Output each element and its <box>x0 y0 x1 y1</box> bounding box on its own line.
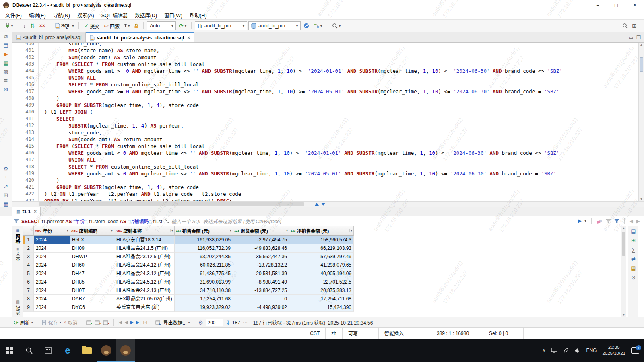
new-sql-editor-button[interactable]: SQL ▾ <box>54 22 76 29</box>
table-row[interactable]: 52024DH47HLA唯品会24.3.12 (广州)61,436,775.45… <box>23 269 616 278</box>
menu-sql-editor[interactable]: SQL 编辑器 <box>98 11 132 19</box>
grid-cell[interactable]: AEX唯品会21.05.02(广州) <box>114 295 175 303</box>
export-data-button[interactable]: 导出数据...▾ <box>155 319 190 326</box>
database-selector[interactable]: audit_bi_pro ▾ <box>248 21 301 30</box>
outline-icon[interactable]: ≣ <box>2 78 10 83</box>
grid-cell[interactable]: DAB7 <box>70 295 114 303</box>
code-line[interactable]: WHERE goods_amt < 0 AND mgclear_time <> … <box>44 150 638 156</box>
tasks-icon[interactable]: ⊠ <box>2 87 10 92</box>
grid-cell[interactable]: 17,254,711.68 <box>175 295 233 303</box>
panel-sash-arrows[interactable] <box>315 203 325 206</box>
code-line[interactable]: store_code, <box>44 43 638 47</box>
code-line[interactable]: GROUP BY SUBSTR(mgclear_time, 1, 4), sto… <box>44 184 638 191</box>
code-area[interactable]: store_code, MAX(store_name) AS store_nam… <box>39 43 638 201</box>
row-number[interactable]: 3 <box>23 253 34 261</box>
history-back-icon[interactable]: ◀ <box>630 218 633 224</box>
first-row-icon[interactable]: |◀ <box>118 320 122 325</box>
code-line[interactable]: store_code, <box>44 129 638 136</box>
save-button[interactable]: 保存▾ <box>41 319 61 326</box>
grid-cell[interactable]: HLA唯品会23.12.5 (广州) <box>114 253 175 261</box>
grid-cell[interactable]: HLA唯品会24.2.13 (广州) <box>114 286 175 295</box>
code-line[interactable]: ) <box>44 177 638 184</box>
table-row[interactable]: 22024DH09HLA唯品会24.1.5 (广州)116,052,732.39… <box>23 244 616 253</box>
results-tab[interactable]: ▦ t1 1 × <box>12 207 41 216</box>
grid-cell[interactable]: -8,988,491.49 <box>233 278 289 286</box>
grid-cell[interactable]: DH0T <box>70 286 114 295</box>
column-header[interactable]: ABC店铺编码▾ <box>70 226 114 236</box>
column-header[interactable]: ABC店铺名称▾ <box>114 226 175 236</box>
row-number[interactable]: 5 <box>23 269 34 278</box>
commit-button[interactable]: ✓提交 <box>82 22 101 30</box>
grid-cell[interactable]: 17,254,711.68 <box>289 295 354 303</box>
column-filter-icon[interactable]: ▾ <box>66 229 68 232</box>
fetch-size-input[interactable] <box>206 319 223 326</box>
restore-pane-icon[interactable]: ⧉ <box>2 34 10 39</box>
search-data-button[interactable]: ▾ <box>330 22 342 29</box>
taskbar-clock[interactable]: 20:35 2025/10/21 <box>602 344 625 356</box>
open-file-icon[interactable]: ⊞ <box>2 193 10 198</box>
fetch-all-button[interactable]: ↧187 <box>226 320 240 325</box>
row-number[interactable]: 9 <box>23 303 34 312</box>
run-script-icon[interactable]: ▶ <box>2 51 10 57</box>
code-line[interactable]: MAX(store_name) AS store_name, <box>44 47 638 54</box>
grid-cell[interactable]: 19,923,329.02 <box>175 303 233 312</box>
editor-tab-analysis[interactable]: <audit_bi_pro> analysis.sql <box>12 32 86 42</box>
column-filter-icon[interactable]: ▾ <box>229 229 231 232</box>
pin-panel-icon[interactable]: ⊙ <box>630 275 637 280</box>
er-diagram-button[interactable]: ▾ <box>312 23 324 29</box>
grid-cell[interactable]: 31,690,013.99 <box>175 278 233 286</box>
grid-vertical-scrollbar[interactable]: ▲ ▼ <box>621 226 626 317</box>
code-line[interactable]: WHERE goods_amt >= 0 AND mgclear_time <>… <box>44 68 638 74</box>
calc-panel-icon[interactable]: ▦ <box>630 265 637 271</box>
column-header[interactable]: ABC年份▾ <box>34 226 70 236</box>
code-line[interactable]: ) t1 LEFT JOIN ( <box>44 109 638 115</box>
refresh-mode-select[interactable]: Auto▾ <box>147 21 176 30</box>
grid-cell[interactable]: -2,977,454.75 <box>233 236 289 244</box>
sash-down-icon[interactable] <box>321 203 325 206</box>
row-number[interactable]: 4 <box>23 261 34 269</box>
focus-cell-icon[interactable]: ⊡ <box>143 320 147 325</box>
transaction-mode-button[interactable]: T▾ <box>122 22 131 29</box>
row-number[interactable]: 2 <box>23 244 34 253</box>
column-filter-icon[interactable]: ▾ <box>170 229 173 232</box>
grid-cell[interactable]: -13,834,727.25 <box>233 286 289 295</box>
scrollbar-thumb[interactable] <box>622 232 625 256</box>
minimize-button[interactable]: − <box>588 0 607 10</box>
menu-file[interactable]: 文件(F) <box>2 11 25 19</box>
speaker-icon[interactable] <box>574 348 580 353</box>
edge-browser-button[interactable]: e <box>58 339 77 362</box>
scrollbar-thumb[interactable] <box>640 57 643 72</box>
editor-tab-analysis-cleartime[interactable]: <audit_bi_pro> analysis_cleartime.sql × <box>86 32 194 42</box>
grid-cell[interactable]: 41,298,079.65 <box>289 261 354 269</box>
column-header[interactable]: 123净销售金额 (元)▾ <box>289 226 354 236</box>
grid-settings-gear-icon[interactable]: ⚙ <box>198 320 204 325</box>
data-grid-icon[interactable]: ▦ <box>2 202 10 207</box>
row-number[interactable]: 6 <box>23 278 34 286</box>
code-line[interactable]: FROM (SELECT * FROM custom_online_sale_b… <box>44 61 638 68</box>
add-row-icon[interactable] <box>86 320 92 325</box>
display-icon[interactable] <box>551 348 557 353</box>
code-line[interactable]: SELECT * FROM custom_online_sale_bill_lo… <box>44 81 638 88</box>
minimize-editor-icon[interactable]: ▭ <box>629 35 633 40</box>
grid-cell[interactable]: 2024 <box>34 278 70 286</box>
down-arrow-icon[interactable]: ↓ <box>21 22 27 29</box>
grid-cell[interactable]: 161,938,029.05 <box>175 236 233 244</box>
grid-cell[interactable]: 2024 <box>34 244 70 253</box>
grid-cell[interactable]: H5LX <box>70 236 114 244</box>
grid-cell[interactable]: 2024 <box>34 295 70 303</box>
close-tab-icon[interactable]: × <box>187 35 190 41</box>
app-button-2-active[interactable] <box>116 339 135 362</box>
green-arrows-icon[interactable]: ⇅ <box>29 22 37 29</box>
status-caret-position[interactable]: 389 : 1 : 16980 <box>431 328 483 339</box>
delete-row-icon[interactable] <box>103 320 109 325</box>
maximize-editor-icon[interactable]: ❐ <box>636 35 641 40</box>
sql-editor[interactable]: 4004014024034044054064074084094104114124… <box>12 43 644 201</box>
grid-cell[interactable]: -35,562,447.36 <box>233 253 289 261</box>
grid-cell[interactable]: 0 <box>233 295 289 303</box>
menu-navigate[interactable]: 导航(N) <box>50 11 74 19</box>
scroll-down-icon[interactable]: ▼ <box>639 197 644 201</box>
maximize-button[interactable]: □ <box>607 0 625 10</box>
perspective-icon[interactable]: ⊞ <box>632 23 637 29</box>
red-cross-icon[interactable]: ×× <box>38 22 47 29</box>
grid-cell[interactable]: 2024 <box>34 269 70 278</box>
